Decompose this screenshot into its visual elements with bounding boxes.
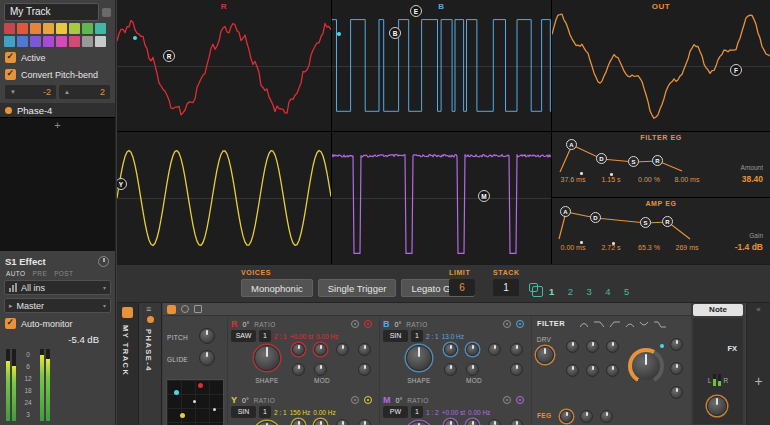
voice-limit-value[interactable]: 6 [449, 279, 475, 296]
osc-r-slot[interactable]: 1 [259, 330, 271, 342]
xy-dot-cyan[interactable] [174, 390, 179, 395]
osc-b-mod-knob[interactable] [444, 363, 457, 376]
color-swatch[interactable] [82, 23, 93, 34]
osc-b-ratio-value[interactable]: 2 : 1 [426, 333, 439, 340]
stack-voice-3[interactable]: 3 [587, 286, 592, 297]
output-routing-select[interactable]: ▸ Master ▾ [4, 298, 111, 313]
filter-release-value[interactable]: 8.00 ms [668, 176, 706, 183]
input-routing-select[interactable]: All ins ▾ [4, 280, 111, 295]
color-swatch[interactable] [43, 36, 54, 47]
filter-knob[interactable] [586, 364, 599, 377]
osc-m-aux-knob[interactable] [510, 419, 523, 425]
bend-down-value[interactable]: -2 [43, 87, 51, 97]
phase-xy-pad[interactable] [166, 379, 224, 425]
osc-m-ratio-value[interactable]: 1 : 2 [426, 409, 439, 416]
amp-eg-release-point[interactable]: R [662, 216, 673, 227]
amp-eg-decay-point[interactable]: D [590, 212, 601, 223]
color-swatch[interactable] [4, 23, 15, 34]
color-swatch[interactable] [69, 23, 80, 34]
color-swatch[interactable] [4, 36, 15, 47]
osc-r-detune-value[interactable]: +0.00 st [290, 333, 313, 340]
device-enabled-dot[interactable] [5, 107, 12, 114]
color-swatch[interactable] [56, 36, 67, 47]
filter-aux-knob[interactable] [670, 338, 683, 351]
osc-b-aux-knob[interactable] [510, 363, 523, 376]
filter-sustain-value[interactable]: 0.00 % [630, 176, 668, 183]
add-device-slot-button[interactable]: + [747, 373, 770, 389]
osc-b-mod-knob[interactable] [466, 343, 479, 356]
osc-r-aux-knob[interactable] [358, 343, 371, 356]
mod-badge-e[interactable]: E [410, 5, 422, 17]
device-expand-icon[interactable] [194, 305, 202, 313]
xy-dot-white[interactable] [193, 400, 196, 403]
xy-dot-red[interactable] [198, 383, 203, 388]
filter-cutoff-knob[interactable] [628, 348, 664, 384]
osc-r-mod-knob[interactable] [292, 363, 305, 376]
keytrack-icon[interactable] [503, 396, 511, 404]
track-name-input[interactable]: My Track [4, 3, 99, 21]
monitor-mode-post[interactable]: POST [54, 270, 73, 277]
osc-r-mod-knob[interactable] [336, 343, 349, 356]
single-trigger-button[interactable]: Single Trigger [318, 279, 397, 297]
color-swatch[interactable] [95, 36, 106, 47]
stack-voice-5[interactable]: 5 [624, 286, 629, 297]
osc-b-slot[interactable]: 1 [411, 330, 423, 342]
amp-gain-value[interactable]: -1.4 dB [735, 242, 763, 252]
device-menu-icon[interactable]: ≡ [146, 304, 151, 314]
fx-tab[interactable]: FX [727, 344, 737, 353]
stack-voice-1[interactable]: 1 [549, 286, 554, 297]
filter-decay-value[interactable]: 1.15 s [592, 176, 630, 183]
osc-r-mod-knob[interactable] [292, 343, 305, 356]
filter-eg-release-point[interactable]: R [652, 155, 663, 166]
osc-m-mod-knob[interactable] [444, 419, 457, 425]
add-device-button[interactable]: + [0, 118, 115, 132]
feg-knob[interactable] [600, 410, 613, 423]
filter-type-icons[interactable] [578, 319, 678, 329]
osc-y-mod-knob[interactable] [314, 419, 327, 425]
retrigger-icon[interactable] [516, 396, 524, 404]
keytrack-icon[interactable] [503, 320, 511, 328]
osc-b-shape-knob[interactable] [406, 345, 432, 371]
output-volume-knob[interactable] [707, 396, 727, 416]
osc-y-slot[interactable]: 1 [259, 406, 271, 418]
osc-b-mod-knob[interactable] [488, 343, 501, 356]
xy-dot-yellow[interactable] [180, 413, 185, 418]
color-swatch[interactable] [30, 23, 41, 34]
bend-up-value[interactable]: 2 [100, 87, 105, 97]
osc-y-mod-knob[interactable] [292, 419, 305, 425]
filter-aux-knob[interactable] [670, 362, 683, 375]
amp-decay-value[interactable]: 2.72 s [592, 244, 630, 251]
amp-release-value[interactable]: 269 ms [668, 244, 706, 251]
filter-knob[interactable] [606, 364, 619, 377]
color-swatch[interactable] [82, 36, 93, 47]
osc-y-detune-value[interactable]: 156 Hz [290, 409, 311, 416]
osc-r-freq-value[interactable]: 0.00 Hz [316, 333, 338, 340]
filter-eg-attack-point[interactable]: A [566, 139, 577, 150]
filter-knob[interactable] [566, 364, 579, 377]
osc-b-mod-knob[interactable] [444, 343, 457, 356]
track-tab[interactable]: MY TRACK [117, 303, 139, 425]
feg-knob[interactable] [580, 410, 593, 423]
color-swatch[interactable] [69, 36, 80, 47]
filter-knob[interactable] [566, 340, 579, 353]
mod-badge-f[interactable]: F [730, 64, 742, 76]
color-swatch[interactable] [56, 23, 67, 34]
mod-badge-r[interactable]: R [163, 50, 175, 62]
retrigger-icon[interactable] [364, 320, 372, 328]
osc-y-shape-knob[interactable] [254, 421, 280, 425]
stack-voice-2[interactable]: 2 [568, 286, 573, 297]
filter-attack-value[interactable]: 37.6 ms [554, 176, 592, 183]
osc-b-mod-knob[interactable] [466, 363, 479, 376]
pitch-knob[interactable] [199, 328, 215, 344]
filter-eg-decay-point[interactable]: D [596, 153, 607, 164]
color-swatch[interactable] [95, 23, 106, 34]
osc-r-mod-knob[interactable] [314, 343, 327, 356]
osc-m-mod-knob[interactable] [488, 419, 501, 425]
osc-b-freq-value[interactable]: 13.0 Hz [442, 333, 464, 340]
stack-voice-4[interactable]: 4 [605, 286, 610, 297]
effect-send-knob[interactable] [98, 256, 109, 267]
mod-badge-m[interactable]: M [478, 190, 490, 202]
osc-y-ratio-value[interactable]: 2 : 1 [274, 409, 287, 416]
device-power-dot[interactable] [147, 316, 154, 323]
osc-r-mod-knob[interactable] [314, 363, 327, 376]
